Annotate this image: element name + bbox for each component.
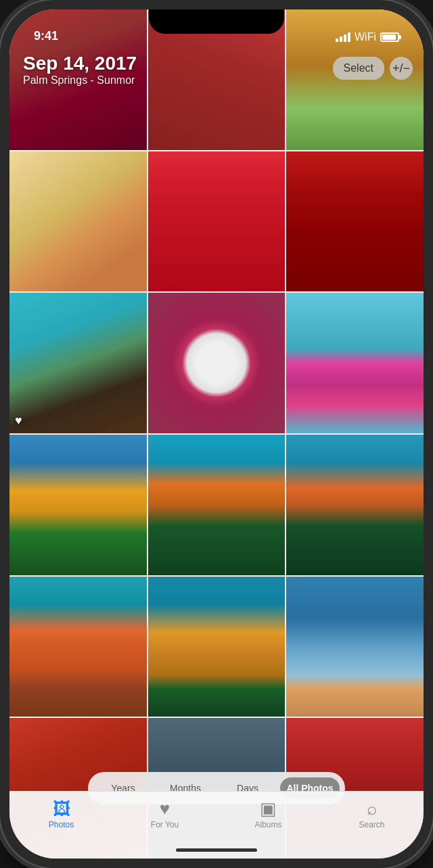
status-icons: WiFi (336, 31, 399, 43)
heart-icon: ♥ (15, 414, 22, 428)
tab-for_you[interactable]: ♥For You (113, 800, 216, 829)
search-label: Search (359, 820, 384, 829)
signal-icon (336, 32, 350, 42)
signal-bar-1 (336, 39, 338, 42)
albums-icon: ▣ (260, 800, 277, 817)
battery-icon (380, 32, 399, 42)
photo-cell-p8[interactable] (148, 293, 286, 433)
photo-grid: ♥ (9, 9, 424, 859)
header-actions: Select +/− (333, 57, 413, 80)
photos-icon: 🖼 (53, 800, 70, 817)
photo-cell-p13[interactable] (9, 577, 147, 717)
battery-fill (382, 34, 396, 40)
tab-albums[interactable]: ▣Albums (216, 800, 320, 829)
signal-bar-3 (344, 34, 346, 42)
select-button[interactable]: Select (333, 57, 384, 80)
wifi-icon: WiFi (355, 31, 376, 43)
notch (149, 9, 284, 34)
search-icon: ⌕ (367, 800, 378, 817)
plus-minus-button[interactable]: +/− (390, 57, 413, 80)
photo-cell-p6[interactable] (286, 151, 424, 292)
screen: 9:41 WiFi Sep 14, 2017 Pa (9, 9, 424, 859)
photo-cell-p12[interactable] (286, 435, 424, 575)
tab-photos[interactable]: 🖼Photos (9, 800, 113, 829)
photo-cell-p14[interactable] (148, 577, 286, 717)
albums-label: Albums (254, 820, 281, 829)
photo-cell-p5[interactable] (148, 151, 286, 292)
photo-cell-p11[interactable] (148, 435, 286, 575)
phone-frame: 9:41 WiFi Sep 14, 2017 Pa (0, 0, 433, 868)
home-indicator[interactable] (176, 848, 257, 852)
photo-cell-p4[interactable] (9, 151, 147, 292)
tab-search[interactable]: ⌕Search (320, 800, 424, 829)
status-time: 9:41 (34, 29, 58, 43)
for_you-icon: ♥ (160, 800, 170, 817)
signal-bar-2 (340, 37, 342, 42)
phone-screen: 9:41 WiFi Sep 14, 2017 Pa (9, 9, 424, 859)
photo-cell-p10[interactable] (9, 435, 147, 575)
photo-cell-p9[interactable] (286, 293, 424, 433)
photos-label: Photos (49, 820, 74, 829)
photo-cell-p7[interactable]: ♥ (9, 293, 147, 433)
photo-cell-p15[interactable] (286, 577, 424, 717)
signal-bar-4 (348, 32, 350, 42)
for_you-label: For You (151, 820, 179, 829)
